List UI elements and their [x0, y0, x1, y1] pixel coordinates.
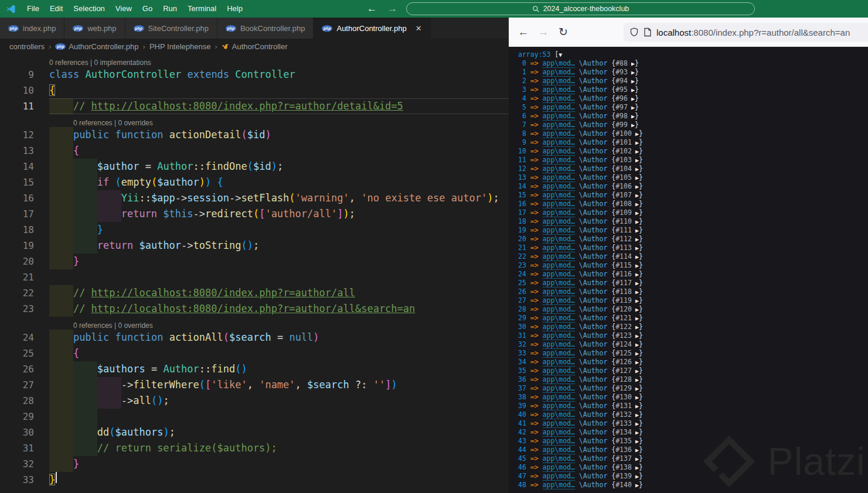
expand-toggle-icon[interactable]: ▶	[632, 341, 639, 348]
line-number[interactable]: 24	[0, 330, 34, 345]
line-number[interactable]: 26	[0, 361, 34, 377]
codelens-references[interactable]: 0 references | 0 implementations	[0, 54, 509, 67]
line-number[interactable]: 13	[0, 143, 34, 159]
expand-toggle-icon[interactable]: ▶	[632, 174, 639, 181]
expand-toggle-icon[interactable]: ▶	[632, 359, 639, 365]
tab-authorcontroller-php[interactable]: phpAuthorController.php✕	[314, 18, 430, 39]
line-number[interactable]: 33	[0, 472, 34, 488]
breadcrumb-item-authorcontroller[interactable]: AuthorController	[222, 42, 288, 51]
line-number[interactable]: 18	[0, 222, 34, 238]
expand-toggle-icon[interactable]: ▶	[632, 403, 639, 409]
expand-toggle-icon[interactable]: ▶	[632, 210, 639, 216]
line-number[interactable]: 19	[0, 238, 34, 254]
code-line[interactable]: 13{	[0, 143, 509, 159]
expand-toggle-icon[interactable]: ▶	[628, 87, 635, 93]
line-number[interactable]: 17	[0, 206, 34, 222]
expand-toggle-icon[interactable]: ▶	[628, 78, 635, 84]
browser-back-button[interactable]: ←	[513, 26, 533, 39]
code-line[interactable]: 24public function actionAll($search = nu…	[0, 330, 509, 345]
shield-icon[interactable]	[629, 28, 639, 37]
editor-back-button[interactable]: ←	[367, 3, 377, 15]
code-line[interactable]: 18}	[0, 222, 509, 238]
code-line[interactable]: 19return $author->toString();	[0, 238, 509, 254]
expand-toggle-icon[interactable]: ▶	[632, 227, 639, 234]
line-number[interactable]: 12	[0, 127, 34, 143]
expand-toggle-icon[interactable]: ▶	[632, 420, 639, 427]
browser-refresh-button[interactable]: ↻	[553, 25, 573, 39]
page-info-icon[interactable]	[644, 28, 652, 37]
codelens-references[interactable]: 0 references | 0 overrides	[0, 114, 509, 127]
code-line[interactable]: 26$authors = Author::find()	[0, 361, 509, 377]
tab-sitecontroller-php[interactable]: phpSiteController.php	[125, 18, 217, 39]
expand-toggle-icon[interactable]: ▶	[632, 385, 639, 392]
expand-toggle-icon[interactable]: ▶	[632, 368, 639, 374]
menu-item-edit[interactable]: Edit	[45, 0, 68, 18]
code-line[interactable]: 16Yii::$app->session->setFlash('warning'…	[0, 190, 509, 206]
expand-toggle-icon[interactable]: ▶	[632, 429, 639, 436]
command-center-search[interactable]: 2024_alcocer-thebookclub	[406, 2, 755, 15]
tab-web-php[interactable]: phpweb.php	[64, 18, 125, 39]
code-line[interactable]: 21	[0, 269, 509, 285]
expand-toggle-icon[interactable]: ▶	[632, 464, 639, 471]
expand-toggle-icon[interactable]: ▶	[632, 254, 639, 260]
expand-toggle-icon[interactable]: ▶	[632, 245, 639, 251]
expand-toggle-icon[interactable]: ▶	[632, 280, 639, 286]
breadcrumb-item-authorcontroller-php[interactable]: phpAuthorController.php	[55, 42, 138, 51]
code-line[interactable]: 28->all();	[0, 393, 509, 409]
code-line[interactable]: 32}	[0, 456, 509, 472]
expand-toggle-icon[interactable]: ▶	[632, 333, 639, 339]
line-number[interactable]: 30	[0, 424, 34, 440]
expand-toggle-icon[interactable]: ▶	[632, 262, 639, 269]
line-number[interactable]: 22	[0, 285, 34, 301]
line-number[interactable]: 29	[0, 409, 34, 424]
expand-toggle-icon[interactable]: ▶	[628, 113, 635, 119]
expand-toggle-icon[interactable]: ▶	[632, 297, 639, 304]
expand-toggle-icon[interactable]: ▶	[632, 456, 639, 462]
url-link[interactable]: http://localhost:8080/index.php?r=author…	[91, 100, 403, 112]
url-link[interactable]: http://localhost:8080/index.php?r=author…	[91, 303, 416, 314]
expand-toggle-icon[interactable]: ▶	[632, 376, 639, 383]
code-line[interactable]: 23// http://localhost:8080/index.php?r=a…	[0, 301, 509, 317]
breadcrumb-item-php-intelephense[interactable]: PHP Intelephense	[149, 42, 211, 51]
line-number[interactable]: 32	[0, 456, 34, 472]
code-line[interactable]: 31// return serialize($authors);	[0, 440, 509, 456]
expand-toggle-icon[interactable]: ▶	[632, 166, 639, 172]
tab-bookcontroller-php[interactable]: phpBookController.php	[217, 18, 314, 39]
expand-toggle-icon[interactable]: ▶	[632, 157, 639, 163]
expand-toggle-icon[interactable]: ▶	[632, 148, 639, 155]
menu-item-go[interactable]: Go	[137, 0, 158, 18]
url-link[interactable]: http://localhost:8080/index.php?r=author…	[91, 287, 355, 299]
editor-forward-button[interactable]: →	[387, 3, 397, 15]
code-line[interactable]: 25{	[0, 345, 509, 361]
expand-toggle-icon[interactable]: ▶	[632, 131, 639, 137]
code-line[interactable]: 22// http://localhost:8080/index.php?r=a…	[0, 285, 509, 301]
code-line[interactable]: 11// http://localhost:8080/index.php?r=a…	[0, 98, 509, 114]
expand-toggle-icon[interactable]: ▶	[632, 236, 639, 242]
expand-toggle-icon[interactable]: ▶	[628, 104, 635, 111]
code-editor[interactable]: 0 references | 0 implementations9class A…	[0, 54, 509, 493]
menu-item-terminal[interactable]: Terminal	[182, 0, 222, 18]
code-line[interactable]: 10{	[0, 83, 509, 98]
code-line[interactable]: 14$author = Author::findOne($id);	[0, 159, 509, 174]
expand-toggle-icon[interactable]: ▶	[632, 289, 639, 295]
menu-item-file[interactable]: File	[22, 0, 45, 18]
address-bar[interactable]: localhost:8080/index.php?r=author/all&se…	[624, 23, 868, 42]
expand-toggle-icon[interactable]: ▶	[632, 447, 639, 453]
code-line[interactable]: 27->filterWhere(['like', 'name', $search…	[0, 377, 509, 393]
expand-toggle-icon[interactable]: ▶	[632, 183, 639, 190]
expand-toggle-icon[interactable]: ▶	[632, 271, 639, 278]
expand-toggle-icon[interactable]: ▶	[632, 192, 639, 198]
line-number[interactable]: 23	[0, 301, 34, 317]
expand-toggle-icon[interactable]: ▶	[632, 139, 639, 146]
line-number[interactable]: 10	[0, 83, 34, 98]
breadcrumb-item-controllers[interactable]: controllers	[9, 42, 45, 51]
menu-item-selection[interactable]: Selection	[68, 0, 110, 18]
line-number[interactable]: 25	[0, 345, 34, 361]
code-line[interactable]: 20}	[0, 254, 509, 269]
expand-toggle-icon[interactable]: ▶	[628, 95, 635, 102]
expand-toggle-icon[interactable]: ▶	[632, 350, 639, 357]
expand-toggle-icon[interactable]: ▶	[628, 60, 635, 67]
line-number[interactable]: 15	[0, 174, 34, 190]
line-number[interactable]: 9	[0, 67, 34, 83]
line-number[interactable]: 27	[0, 377, 34, 393]
